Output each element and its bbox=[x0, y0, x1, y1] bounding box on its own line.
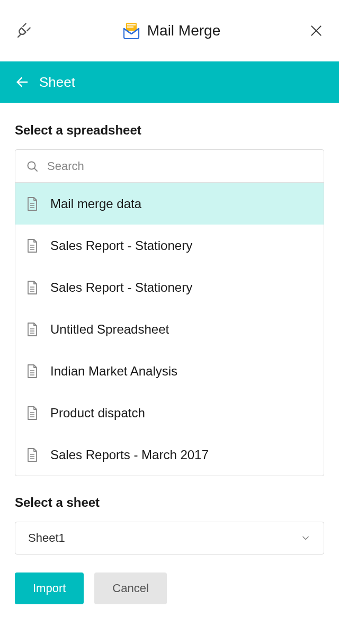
spreadsheet-name: Sales Reports - March 2017 bbox=[50, 448, 209, 462]
main-content: Select a spreadsheet Mail merge data Sal… bbox=[0, 103, 339, 619]
back-arrow-icon[interactable] bbox=[15, 75, 30, 90]
file-icon bbox=[26, 280, 39, 295]
spreadsheet-item[interactable]: Product dispatch bbox=[15, 392, 324, 434]
spreadsheet-name: Sales Report - Stationery bbox=[50, 280, 192, 295]
sheet-select-value: Sheet1 bbox=[28, 531, 65, 545]
file-icon bbox=[26, 448, 39, 462]
search-row bbox=[15, 150, 324, 183]
spreadsheet-name: Product dispatch bbox=[50, 406, 145, 421]
svg-rect-2 bbox=[127, 26, 133, 28]
sheet-section: Select a sheet Sheet1 bbox=[15, 495, 324, 554]
import-button[interactable]: Import bbox=[15, 573, 84, 604]
spreadsheet-name: Indian Market Analysis bbox=[50, 364, 177, 379]
search-icon bbox=[26, 160, 39, 173]
spreadsheet-name: Mail merge data bbox=[50, 196, 141, 211]
spreadsheet-panel: Mail merge data Sales Report - Stationer… bbox=[15, 149, 324, 476]
file-icon bbox=[26, 196, 39, 211]
file-icon bbox=[26, 364, 39, 379]
file-icon bbox=[26, 238, 39, 253]
button-row: Import Cancel bbox=[15, 573, 324, 604]
app-title-wrap: Mail Merge bbox=[122, 21, 220, 40]
spreadsheet-list: Mail merge data Sales Report - Stationer… bbox=[15, 183, 324, 476]
nav-title: Sheet bbox=[39, 74, 75, 91]
mail-merge-icon bbox=[122, 21, 141, 40]
app-title: Mail Merge bbox=[147, 22, 220, 39]
spreadsheet-item[interactable]: Sales Report - Stationery bbox=[15, 225, 324, 266]
plugins-icon[interactable] bbox=[15, 21, 34, 40]
spreadsheet-item[interactable]: Indian Market Analysis bbox=[15, 350, 324, 392]
spreadsheet-section-label: Select a spreadsheet bbox=[15, 123, 324, 138]
spreadsheet-name: Untitled Spreadsheet bbox=[50, 322, 169, 337]
close-button[interactable] bbox=[308, 23, 324, 39]
spreadsheet-item[interactable]: Sales Report - Stationery bbox=[15, 266, 324, 308]
spreadsheet-item[interactable]: Untitled Spreadsheet bbox=[15, 308, 324, 350]
spreadsheet-item[interactable]: Sales Reports - March 2017 bbox=[15, 434, 324, 476]
svg-rect-1 bbox=[127, 24, 136, 25]
file-icon bbox=[26, 406, 39, 421]
file-icon bbox=[26, 322, 39, 337]
spreadsheet-item[interactable]: Mail merge data bbox=[15, 183, 324, 225]
nav-bar: Sheet bbox=[0, 61, 339, 103]
cancel-button[interactable]: Cancel bbox=[94, 573, 166, 604]
sheet-select[interactable]: Sheet1 bbox=[15, 522, 324, 554]
top-header: Mail Merge bbox=[0, 0, 339, 61]
sheet-section-label: Select a sheet bbox=[15, 495, 324, 510]
chevron-down-icon bbox=[300, 533, 311, 543]
svg-line-7 bbox=[34, 168, 38, 171]
search-input[interactable] bbox=[47, 159, 313, 173]
spreadsheet-name: Sales Report - Stationery bbox=[50, 238, 192, 253]
